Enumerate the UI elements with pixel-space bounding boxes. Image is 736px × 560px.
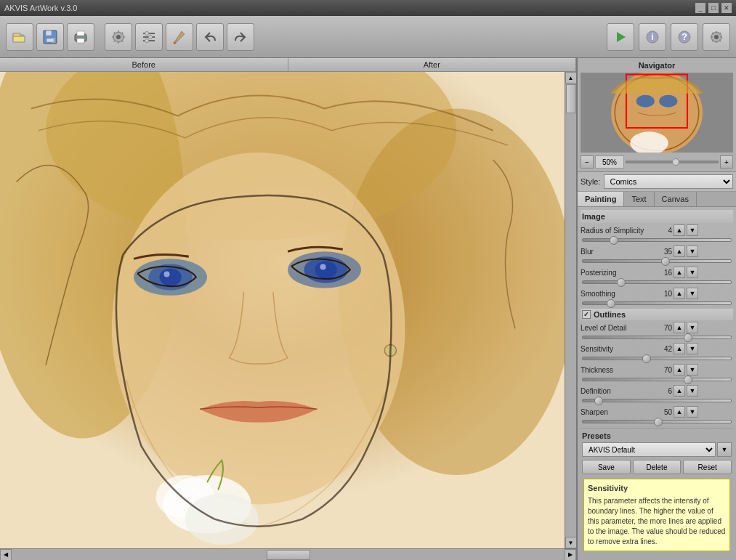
style-label: Style:: [581, 177, 601, 186]
definition-down-btn[interactable]: ▼: [687, 385, 698, 397]
radius-slider-track[interactable]: [582, 238, 732, 242]
svg-text:i: i: [651, 32, 653, 42]
blur-slider-track[interactable]: [582, 259, 732, 263]
svg-point-17: [174, 41, 177, 44]
titlebar-controls[interactable]: _ □ ✕: [695, 3, 732, 13]
save-button[interactable]: [36, 23, 64, 51]
smoothing-up-btn[interactable]: ▲: [674, 288, 685, 299]
blur-down-btn[interactable]: ▼: [687, 245, 698, 257]
blur-up-btn[interactable]: ▲: [674, 245, 685, 257]
radius-slider-thumb[interactable]: [610, 236, 618, 245]
zoom-plus-button[interactable]: +: [720, 155, 733, 169]
thickness-slider-row: [581, 378, 733, 384]
thickness-value: 70: [655, 366, 672, 374]
canvas-content[interactable]: [0, 72, 565, 548]
sensitivity-slider-track[interactable]: [582, 357, 732, 360]
zoom-input[interactable]: [595, 155, 624, 169]
scroll-track[interactable]: [565, 84, 577, 537]
svg-point-36: [315, 261, 336, 278]
smoothing-slider-thumb[interactable]: [607, 299, 615, 308]
svg-point-37: [320, 264, 325, 269]
app-title: AKVIS ArtWork v.3.0: [4, 4, 77, 12]
thickness-down-btn[interactable]: ▼: [687, 364, 698, 376]
sharpen-slider-row: [581, 420, 733, 426]
svg-point-40: [185, 493, 259, 545]
zoom-slider[interactable]: [626, 161, 719, 163]
run-button[interactable]: [607, 23, 634, 51]
preferences-button[interactable]: [135, 23, 163, 51]
tab-canvas[interactable]: Canvas: [655, 192, 697, 206]
sharpen-up-btn[interactable]: ▲: [674, 406, 685, 418]
style-select[interactable]: Comics Watercolor Oil Paint: [604, 174, 733, 189]
sharpen-slider-track[interactable]: [582, 420, 732, 423]
zoom-minus-button[interactable]: −: [581, 155, 594, 169]
sensitivity-down-btn[interactable]: ▼: [687, 343, 698, 354]
definition-up-btn[interactable]: ▲: [674, 385, 685, 397]
smoothing-row: Smoothing 10 ▲ ▼: [581, 288, 733, 299]
blur-row: Blur 35 ▲ ▼: [581, 245, 733, 257]
preset-reset-button[interactable]: Reset: [683, 460, 732, 474]
level-up-btn[interactable]: ▲: [674, 322, 685, 333]
settings-panel: Image Radius of Simplicity 4 ▲ ▼ Blur 35…: [578, 207, 736, 560]
sensitivity-up-btn[interactable]: ▲: [674, 343, 685, 354]
sensitivity-slider-thumb[interactable]: [642, 354, 651, 363]
zoom-slider-thumb[interactable]: [672, 158, 679, 166]
scroll-up-arrow[interactable]: ▲: [565, 72, 577, 84]
preset-delete-button[interactable]: Delete: [633, 460, 682, 474]
undo-button[interactable]: [196, 23, 224, 51]
main-area: Before After: [0, 58, 736, 560]
tab-text[interactable]: Text: [624, 192, 654, 206]
scroll-down-arrow[interactable]: ▼: [565, 537, 577, 548]
thickness-slider-track[interactable]: [582, 378, 732, 381]
plugin-settings-button[interactable]: [105, 23, 132, 51]
posterizing-slider-thumb[interactable]: [617, 278, 626, 287]
svg-point-10: [116, 35, 121, 39]
help-button[interactable]: ?: [671, 23, 698, 51]
svg-point-24: [714, 35, 719, 39]
preset-arrow-btn[interactable]: ▼: [717, 442, 732, 457]
level-slider-track[interactable]: [582, 336, 732, 339]
svg-rect-6: [77, 31, 84, 36]
horizontal-scrollbar[interactable]: ◀ ▶: [0, 548, 576, 560]
options-button[interactable]: [703, 23, 730, 51]
print-button[interactable]: [67, 23, 94, 51]
level-slider-thumb[interactable]: [684, 333, 692, 342]
scroll-thumb-h[interactable]: [267, 550, 310, 560]
posterizing-down-btn[interactable]: ▼: [687, 267, 698, 278]
posterizing-up-btn[interactable]: ▲: [674, 267, 685, 278]
svg-text:?: ?: [682, 31, 687, 42]
brush-button[interactable]: [166, 23, 193, 51]
scroll-track-h[interactable]: [12, 549, 565, 561]
thickness-slider-thumb[interactable]: [684, 376, 692, 384]
maximize-btn[interactable]: □: [708, 3, 719, 13]
vertical-scrollbar[interactable]: ▲ ▼: [565, 72, 576, 548]
tab-painting[interactable]: Painting: [578, 192, 624, 206]
radius-down-btn[interactable]: ▼: [687, 224, 698, 236]
open-button[interactable]: [6, 23, 33, 51]
sharpen-slider-thumb[interactable]: [654, 418, 663, 426]
scroll-right-arrow[interactable]: ▶: [565, 549, 576, 561]
canvas-headers: Before After: [0, 58, 576, 72]
radius-up-btn[interactable]: ▲: [674, 224, 685, 236]
thickness-up-btn[interactable]: ▲: [674, 364, 685, 376]
preset-select[interactable]: AKVIS Default: [582, 442, 716, 457]
scroll-thumb[interactable]: [566, 84, 576, 113]
scroll-left-arrow[interactable]: ◀: [0, 549, 12, 561]
definition-slider-track[interactable]: [582, 399, 732, 402]
sharpen-down-btn[interactable]: ▼: [687, 406, 698, 418]
thickness-label: Thickness: [581, 366, 653, 374]
outlines-checkbox[interactable]: ✓: [582, 310, 591, 319]
smoothing-slider-track[interactable]: [582, 301, 732, 305]
level-down-btn[interactable]: ▼: [687, 322, 698, 333]
info-button[interactable]: i: [639, 23, 666, 51]
preset-save-button[interactable]: Save: [582, 460, 631, 474]
level-label: Level of Detail: [581, 324, 653, 332]
close-btn[interactable]: ✕: [721, 3, 732, 13]
posterizing-slider-track[interactable]: [582, 280, 732, 284]
svg-point-15: [149, 35, 153, 38]
minimize-btn[interactable]: _: [695, 3, 705, 13]
smoothing-down-btn[interactable]: ▼: [687, 288, 698, 299]
definition-slider-thumb[interactable]: [594, 397, 603, 405]
redo-button[interactable]: [227, 23, 254, 51]
blur-slider-thumb[interactable]: [661, 257, 670, 266]
